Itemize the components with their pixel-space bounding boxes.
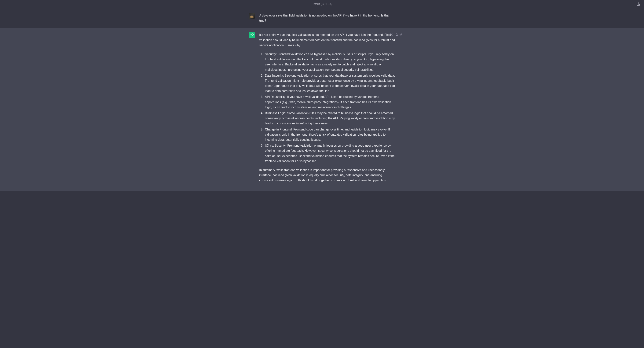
copy-icon[interactable] [390,32,394,35]
conversation: A developer says that field validation i… [0,8,644,191]
model-label: Default (GPT-3.5) [312,2,332,6]
thumbs-down-icon[interactable] [400,32,402,35]
user-message: A developer says that field validation i… [0,8,644,28]
assistant-intro: It's not entirely true that field valida… [259,32,395,48]
avatar [249,13,255,18]
assistant-message-content: It's not entirely true that field valida… [259,32,395,186]
thumbs-up-icon[interactable] [395,32,398,35]
assistant-message: It's not entirely true that field valida… [0,28,644,191]
user-question-text: A developer says that field validation i… [259,14,389,22]
list-item: Security: Frontend validation can be byp… [264,52,395,72]
list-item: Business Logic: Some validation rules ma… [264,110,395,126]
svg-point-0 [252,34,252,35]
message-actions [390,32,402,35]
svg-rect-1 [392,34,393,35]
assistant-points-list: Security: Frontend validation can be byp… [259,52,395,164]
openai-logo-icon [250,32,254,38]
list-item: Data Integrity: Backend validation ensur… [264,73,395,94]
user-message-text: A developer says that field validation i… [259,13,395,23]
share-icon[interactable] [636,2,640,6]
list-item: Change in Frontend: Frontend code can ch… [264,127,395,142]
list-item: API Reusability: If you have a well-vali… [264,94,395,110]
topbar: Default (GPT-3.5) [0,0,644,8]
avatar [249,32,255,38]
list-item: UX vs. Security: Frontend validation pri… [264,143,395,164]
assistant-summary: In summary, while frontend validation is… [259,168,395,183]
